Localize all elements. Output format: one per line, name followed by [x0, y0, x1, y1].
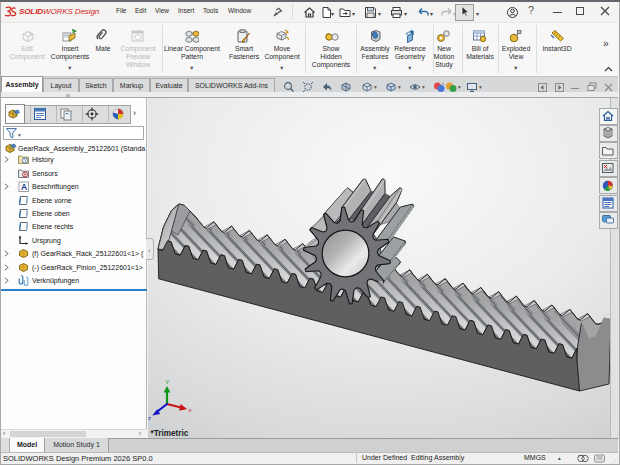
svg-text:x: x: [189, 407, 192, 413]
svg-text:A: A: [21, 182, 27, 192]
svg-text:Y: Y: [165, 378, 169, 384]
svg-text:z: z: [148, 415, 151, 421]
svg-text:*Trimetric: *Trimetric: [151, 428, 189, 437]
